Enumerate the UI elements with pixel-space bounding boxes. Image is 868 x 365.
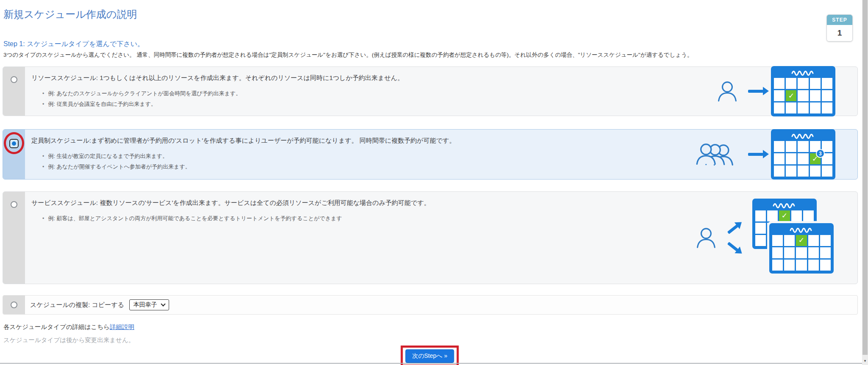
example-item: 例: 従業員が会議室を自由に予約出来ます。 [42,99,710,109]
option-heading: 定員制スケジュール:まず初めに管理者が予約用の'スロット'を作成する事によりユー… [31,137,689,145]
select-value: 本田幸子 [134,301,157,309]
arrow-down-right-icon [727,242,738,252]
schedule-source-select[interactable]: 本田幸子 [129,299,169,310]
resource-illustration: ✓ [714,67,857,116]
capacity-illustration: ✓3 [693,130,857,179]
service-illustration: ✓ ✓ [693,192,857,284]
option-content: サービススケジュール: 複数リソースの'サービス'を作成出来ます。サービスは全て… [25,192,693,284]
option-resource-schedule[interactable]: リソーススケジュール: 1つもしくはそれ以上のリソースを作成出来ます。それぞれの… [3,66,858,116]
step-badge-label: STEP [827,15,852,25]
option-examples: 例: 生徒が教室の定員になるまで予約出来ます。 例: あなたが開催するイベントへ… [31,151,689,172]
example-item: 例: 顧客は、部屋とアシスタントの両方が利用可能であることを必要とするトリートメ… [42,213,689,224]
option-duplicate-schedule[interactable]: スケジュールの複製: コピーする 本田幸子 [3,295,858,315]
service-radio-button[interactable] [11,201,17,208]
capacity-count-badge: 3 [816,149,825,158]
next-step-button[interactable]: 次のStepへ » [405,349,454,363]
details-link[interactable]: 詳細説明 [110,324,134,330]
example-item: 例: あなたのスケジュールからクライアントが面会時間を選び予約出来ます。 [42,88,710,99]
page-bottom-divider [0,363,868,364]
person-icon [714,78,740,105]
duplicate-radio-button[interactable] [11,301,17,308]
details-line: 各スケジュールタイプの詳細はこちら詳細説明 [3,323,134,331]
radio-column [3,67,25,116]
user-group-icon [693,141,740,169]
scrollbar-thumb[interactable] [862,0,868,355]
dual-calendar-illustration: ✓ ✓ [752,199,835,277]
arrow-right-icon [748,90,763,93]
radio-column [3,130,25,179]
arrow-up-right-icon [727,224,738,234]
option-heading: サービススケジュール: 複数リソースの'サービス'を作成出来ます。サービスは全て… [31,199,689,207]
check-icon: ✓ [786,90,796,101]
option-heading: リソーススケジュール: 1つもしくはそれ以上のリソースを作成出来ます。それぞれの… [31,74,710,82]
calendar-binding-icon [773,68,834,78]
scrollbar-down-arrow-icon[interactable]: ▾ [862,357,868,364]
next-step-area: 次のStepへ » [401,346,459,365]
option-content: 定員制スケジュール:まず初めに管理者が予約用の'スロット'を作成する事によりユー… [25,130,693,179]
resource-radio-button[interactable] [11,76,17,83]
type-change-note: スケジュールタイプは後から変更出来ません。 [3,336,134,344]
option-content: リソーススケジュール: 1つもしくはそれ以上のリソースを作成出来ます。それぞれの… [25,67,714,116]
duplicate-row-body: スケジュールの複製: コピーする 本田幸子 [25,296,169,314]
calendar-binding-icon [771,225,832,235]
check-icon: ✓ [779,210,790,221]
calendar-icon: ✓ [769,223,834,274]
option-capacity-schedule[interactable]: 定員制スケジュール:まず初めに管理者が予約用の'スロット'を作成する事によりユー… [3,129,858,180]
capacity-radio-button-selected[interactable] [9,139,19,148]
step-badge-number: 1 [827,25,852,41]
person-icon [693,224,719,252]
duplicate-label: スケジュールの複製: コピーする [30,301,124,309]
example-item: 例: 生徒が教室の定員になるまで予約出来ます。 [42,151,689,161]
chevron-down-icon [161,301,165,306]
option-examples: 例: あなたのスケジュールからクライアントが面会時間を選び予約出来ます。 例: … [31,88,710,110]
calendar-icon: ✓ [771,66,835,116]
example-item: 例: あなたが開催するイベントへ参加者が予約出来ます。 [42,161,689,172]
vertical-scrollbar[interactable]: ▾ [862,0,868,365]
diagonal-arrows [727,228,739,248]
calendar-binding-icon [773,131,834,141]
step-indicator: STEP 1 [826,14,853,41]
calendar-binding-icon [754,200,815,210]
calendar-icon: ✓3 [771,129,835,180]
step-heading: Step 1: スケジュールタイプを選んで下さい。 [3,40,144,49]
step-description: 3つのタイプのスケジュールから選んでください。 通常、同時間帯に複数の予約者が想… [3,51,860,59]
radio-column [3,192,25,284]
arrow-right-icon [748,153,763,156]
check-icon: ✓3 [810,153,821,164]
radio-column [3,296,25,314]
option-examples: 例: 顧客は、部屋とアシスタントの両方が利用可能であることを必要とするトリートメ… [31,213,689,224]
red-rectangle-annotation: 次のStepへ » [401,346,459,365]
option-service-schedule[interactable]: サービススケジュール: 複数リソースの'サービス'を作成出来ます。サービスは全て… [3,191,858,284]
check-icon: ✓ [796,235,807,246]
page-title: 新規スケジュール作成の説明 [3,8,137,21]
details-text: 各スケジュールタイプの詳細はこちら [3,324,110,330]
